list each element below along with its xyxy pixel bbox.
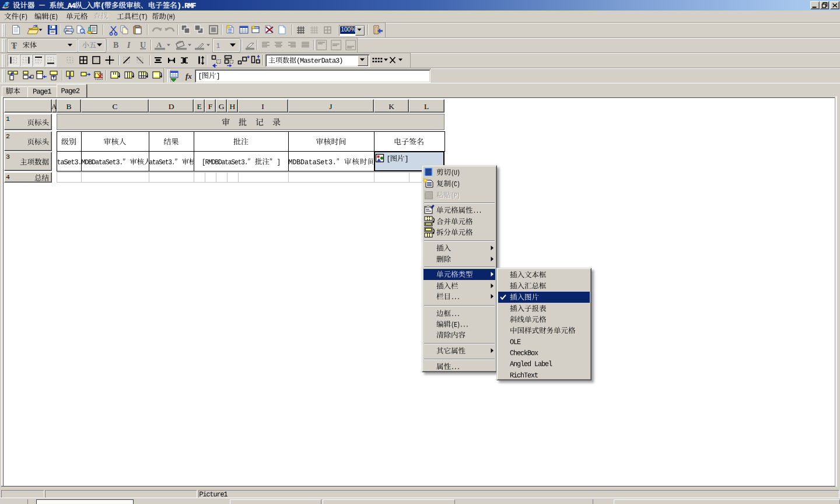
svg-text:H: H	[229, 102, 235, 111]
svg-text:A: A	[156, 40, 162, 49]
svg-text:E: E	[197, 102, 201, 111]
svg-text:F: F	[208, 102, 213, 111]
svg-text:1: 1	[6, 115, 10, 123]
svg-text:I: I	[261, 102, 264, 111]
svg-text:B: B	[113, 41, 118, 50]
svg-text:3: 3	[6, 153, 10, 160]
svg-text:1: 1	[216, 42, 220, 49]
svg-text:G: G	[219, 102, 225, 111]
svg-text:100%: 100%	[341, 26, 356, 33]
svg-text:A: A	[51, 102, 57, 111]
svg-text:D: D	[169, 102, 174, 111]
svg-text:T: T	[13, 43, 18, 50]
svg-text:U: U	[140, 41, 146, 50]
svg-text:2: 2	[6, 132, 10, 140]
svg-text:L: L	[424, 102, 429, 111]
svg-text:K: K	[388, 102, 394, 111]
svg-text:J: J	[329, 102, 332, 111]
svg-text:I: I	[127, 41, 131, 50]
svg-text:B: B	[66, 102, 71, 111]
svg-text:4: 4	[6, 173, 10, 181]
svg-text:C: C	[112, 102, 117, 111]
svg-text:fx: fx	[186, 72, 192, 80]
